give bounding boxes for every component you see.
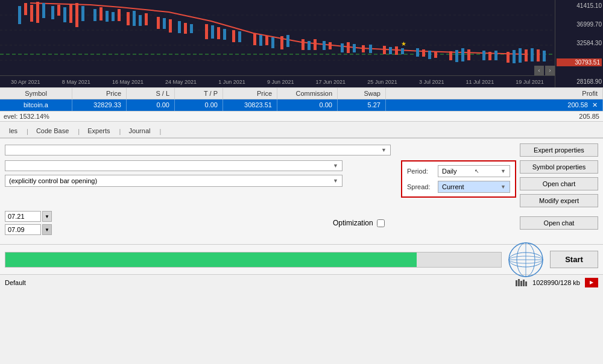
svg-rect-68 xyxy=(494,51,497,60)
cell-tp: 0.00 xyxy=(175,99,223,111)
chart-svg: ★ xyxy=(0,0,555,75)
controls-section: ▼ Expert properties ▼ (explicitly contro… xyxy=(0,139,603,244)
header-commission: Commission xyxy=(277,88,338,99)
optimization-checkbox[interactable] xyxy=(377,219,385,227)
svg-rect-18 xyxy=(106,11,109,22)
svg-rect-54 xyxy=(389,47,392,54)
chart-navigation: ‹ › xyxy=(534,66,555,75)
svg-rect-10 xyxy=(51,6,54,19)
tab-codebase[interactable]: Code Base xyxy=(30,124,75,137)
input-2[interactable]: 07.09 xyxy=(5,224,41,235)
svg-rect-47 xyxy=(329,42,332,49)
svg-rect-9 xyxy=(42,3,45,18)
open-chat-area: Open chat xyxy=(520,216,598,230)
price-label-5: 28168.90 xyxy=(557,78,602,85)
open-chat-button[interactable]: Open chat xyxy=(520,216,598,230)
svg-rect-70 xyxy=(513,50,516,63)
cell-price: 32829.33 xyxy=(72,99,127,111)
svg-rect-41 xyxy=(280,36,283,49)
svg-rect-16 xyxy=(93,9,96,21)
svg-rect-32 xyxy=(211,25,214,39)
dropdown-3-label: (explicitly control bar opening) xyxy=(9,177,97,184)
dropdown-1[interactable]: ▼ xyxy=(5,145,391,155)
svg-rect-17 xyxy=(99,7,103,20)
period-value: Daily xyxy=(442,168,456,175)
controls-row-1: ▼ Expert properties xyxy=(5,143,598,157)
price-label-3: 32584.30 xyxy=(557,40,602,46)
svg-rect-58 xyxy=(416,48,419,57)
svg-rect-6 xyxy=(24,3,27,15)
spread-dropdown[interactable]: Current ▼ xyxy=(438,181,510,193)
table-footer: evel: 1532.14% 205.85 xyxy=(0,111,603,121)
cell-swap: 5.27 xyxy=(338,99,386,111)
input-2-value: 07.09 xyxy=(8,226,25,233)
modify-expert-button[interactable]: Modify expert xyxy=(520,194,598,207)
svg-rect-23 xyxy=(139,15,142,26)
svg-rect-14 xyxy=(75,3,78,27)
svg-rect-83 xyxy=(518,279,520,286)
spinner-up-2[interactable]: ▼ xyxy=(42,224,52,235)
left-controls: ▼ xyxy=(5,145,516,155)
chevron-down-icon: ▼ xyxy=(381,147,387,153)
svg-rect-53 xyxy=(383,46,386,54)
footer-total: 205.85 xyxy=(579,113,599,120)
open-chart-button[interactable]: Open chart xyxy=(520,177,598,190)
youtube-button[interactable]: ▶ xyxy=(585,278,598,287)
expert-properties-button[interactable]: Expert properties xyxy=(520,143,598,157)
svg-rect-49 xyxy=(347,42,350,53)
right-buttons: Symbol properties Open chart Modify expe… xyxy=(520,160,598,207)
header-swap: Swap xyxy=(338,88,386,99)
svg-rect-66 xyxy=(482,51,485,60)
svg-rect-82 xyxy=(516,280,517,286)
svg-rect-24 xyxy=(145,13,148,25)
chevron-down-icon: ▼ xyxy=(500,168,506,174)
start-button[interactable]: Start xyxy=(550,251,598,268)
cell-commission: 0.00 xyxy=(277,99,338,111)
input-1[interactable]: 07.21 xyxy=(5,211,41,222)
svg-rect-28 xyxy=(178,21,181,33)
optimization-label: Optimization xyxy=(333,219,373,227)
chart-nav-right[interactable]: › xyxy=(545,66,555,75)
svg-rect-27 xyxy=(169,19,172,33)
header-tp: T / P xyxy=(175,88,223,99)
spread-row: Spread: Current ▼ xyxy=(407,181,510,193)
tab-experts[interactable]: Experts xyxy=(81,124,116,137)
svg-rect-12 xyxy=(63,7,66,22)
svg-rect-35 xyxy=(232,30,235,42)
chart-prices: 41415.10 36999.70 32584.30 30793.51 2816… xyxy=(555,0,603,87)
progress-bar-container xyxy=(5,252,502,268)
svg-rect-51 xyxy=(362,45,365,52)
tabs-section: les | Code Base | Experts | Journal | xyxy=(0,122,603,139)
svg-rect-45 xyxy=(314,39,317,50)
date-label: 1 Jun 2021 xyxy=(218,79,245,85)
svg-rect-75 xyxy=(543,51,546,61)
svg-rect-31 xyxy=(205,24,208,39)
progress-bar-fill xyxy=(5,253,417,267)
cursor-indicator: ↖ xyxy=(475,168,479,174)
table-header: Symbol Price S / L T / P Price Commissio… xyxy=(0,87,603,99)
symbol-properties-button[interactable]: Symbol properties xyxy=(520,160,598,174)
price-label-1: 41415.10 xyxy=(557,2,602,9)
status-default: Default xyxy=(5,279,26,286)
svg-rect-34 xyxy=(223,29,226,40)
dropdown-2[interactable]: ▼ xyxy=(5,160,343,171)
tab-journal[interactable]: Journal xyxy=(122,124,157,137)
table-section: Symbol Price S / L T / P Price Commissio… xyxy=(0,87,603,122)
spinner-up-1[interactable]: ▼ xyxy=(42,211,52,222)
svg-rect-15 xyxy=(81,6,84,21)
dropdown-3[interactable]: (explicitly control bar opening) ▼ xyxy=(5,175,343,187)
svg-rect-44 xyxy=(308,41,311,50)
controls-right: Expert properties xyxy=(520,143,598,157)
tab-les[interactable]: les xyxy=(2,124,24,137)
svg-rect-59 xyxy=(422,49,425,57)
svg-rect-71 xyxy=(519,48,522,63)
svg-rect-61 xyxy=(434,52,437,58)
table-row-bitcoin[interactable]: bitcoin.a 32829.33 0.00 0.00 30823.51 0.… xyxy=(0,99,603,111)
chart-nav-left[interactable]: ‹ xyxy=(534,66,544,75)
close-icon[interactable]: ✕ xyxy=(592,101,598,108)
svg-rect-67 xyxy=(488,52,491,60)
svg-text:★: ★ xyxy=(401,40,406,47)
period-dropdown[interactable]: Daily ↖ ▼ xyxy=(438,165,510,177)
svg-rect-22 xyxy=(133,11,136,26)
date-label: 25 Jun 2021 xyxy=(367,79,397,85)
